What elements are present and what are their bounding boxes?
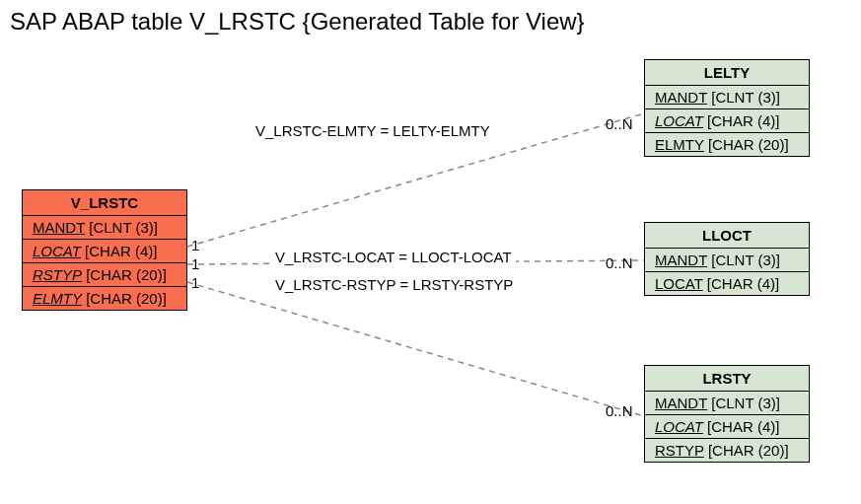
field-row: LOCAT [CHAR (4)] bbox=[645, 272, 809, 295]
field-type: [CHAR (20)] bbox=[86, 266, 167, 283]
field-row: LOCAT [CHAR (4)] bbox=[645, 109, 809, 133]
relation-label-locat: V_LRSTC-LOCAT = LLOCT-LOCAT bbox=[271, 249, 516, 265]
field-row: MANDT [CLNT (3)] bbox=[645, 86, 809, 109]
field-type: [CLNT (3)] bbox=[711, 395, 780, 411]
field-key: RSTYP bbox=[33, 266, 82, 283]
field-key: ELMTY bbox=[33, 290, 82, 307]
field-row: RSTYP [CHAR (20)] bbox=[23, 263, 186, 287]
field-key: LOCAT bbox=[655, 112, 703, 129]
diagram-title: SAP ABAP table V_LRSTC {Generated Table … bbox=[10, 8, 585, 36]
field-type: [CHAR (20)] bbox=[708, 442, 789, 459]
relation-label-rstyp: V_LRSTC-RSTYP = LRSTY-RSTYP bbox=[271, 276, 517, 293]
entity-v-lrstc: V_LRSTC MANDT [CLNT (3)] LOCAT [CHAR (4)… bbox=[22, 189, 187, 311]
field-row: MANDT [CLNT (3)] bbox=[645, 392, 809, 415]
field-key: MANDT bbox=[655, 395, 707, 411]
field-type: [CHAR (4)] bbox=[707, 275, 779, 292]
field-type: [CLNT (3)] bbox=[711, 252, 780, 268]
field-row: ELMTY [CHAR (20)] bbox=[645, 133, 809, 156]
entity-header: LRSTY bbox=[645, 366, 809, 392]
cardinality-many: 0..N bbox=[606, 115, 633, 132]
entity-lloct: LLOCT MANDT [CLNT (3)] LOCAT [CHAR (4)] bbox=[644, 222, 810, 296]
field-key: MANDT bbox=[655, 252, 707, 268]
cardinality-one: 1 bbox=[191, 255, 199, 272]
field-type: [CHAR (4)] bbox=[85, 243, 157, 259]
field-row: RSTYP [CHAR (20)] bbox=[645, 439, 809, 462]
field-type: [CHAR (20)] bbox=[708, 136, 789, 153]
field-key: RSTYP bbox=[655, 442, 704, 459]
field-row: LOCAT [CHAR (4)] bbox=[23, 240, 186, 263]
field-row: MANDT [CLNT (3)] bbox=[645, 249, 809, 272]
field-key: ELMTY bbox=[655, 136, 704, 153]
entity-header: V_LRSTC bbox=[23, 190, 186, 216]
entity-lelty: LELTY MANDT [CLNT (3)] LOCAT [CHAR (4)] … bbox=[644, 59, 810, 157]
entity-lrsty: LRSTY MANDT [CLNT (3)] LOCAT [CHAR (4)] … bbox=[644, 365, 810, 463]
field-key: LOCAT bbox=[33, 243, 81, 259]
field-row: LOCAT [CHAR (4)] bbox=[645, 415, 809, 439]
entity-header: LLOCT bbox=[645, 223, 809, 249]
field-type: [CLNT (3)] bbox=[711, 89, 780, 106]
cardinality-many: 0..N bbox=[606, 254, 633, 271]
field-type: [CHAR (20)] bbox=[86, 290, 167, 307]
cardinality-one: 1 bbox=[191, 237, 199, 253]
cardinality-many: 0..N bbox=[606, 402, 633, 419]
field-key: MANDT bbox=[655, 89, 707, 106]
relation-label-elmty: V_LRSTC-ELMTY = LELTY-ELMTY bbox=[251, 122, 494, 139]
field-key: LOCAT bbox=[655, 418, 703, 435]
field-type: [CHAR (4)] bbox=[707, 112, 779, 129]
field-key: MANDT bbox=[33, 219, 85, 236]
field-key: LOCAT bbox=[655, 275, 703, 292]
field-type: [CLNT (3)] bbox=[89, 219, 158, 236]
field-row: MANDT [CLNT (3)] bbox=[23, 216, 186, 240]
field-type: [CHAR (4)] bbox=[707, 418, 779, 435]
cardinality-one: 1 bbox=[191, 274, 199, 291]
svg-line-2 bbox=[187, 282, 644, 416]
entity-header: LELTY bbox=[645, 60, 809, 86]
field-row: ELMTY [CHAR (20)] bbox=[23, 287, 186, 310]
